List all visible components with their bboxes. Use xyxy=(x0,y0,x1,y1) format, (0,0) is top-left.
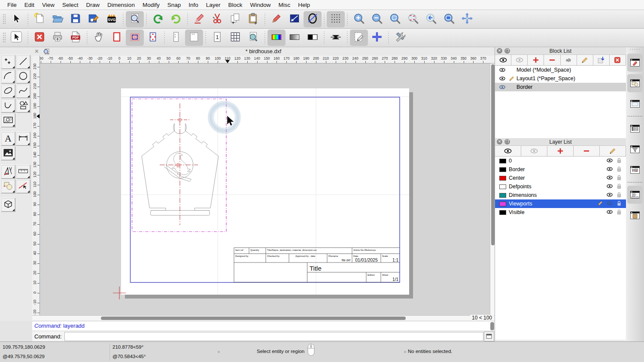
menu-misc[interactable]: Misc xyxy=(275,2,295,8)
layer-lock-icon[interactable] xyxy=(616,166,623,174)
plus-red-button[interactable] xyxy=(547,146,574,156)
layer-row[interactable]: Viewports xyxy=(495,199,626,208)
menu-help[interactable]: Help xyxy=(294,2,314,8)
win-cmd-dock-button[interactable] xyxy=(627,186,643,204)
win-shapes-dock-button[interactable] xyxy=(627,74,643,92)
edit-rect-button[interactable] xyxy=(286,11,304,27)
tool-line-button[interactable] xyxy=(16,55,30,69)
menu-snap[interactable]: Snap xyxy=(164,2,185,8)
zoom-page-button[interactable] xyxy=(244,30,262,46)
insert-block-button[interactable] xyxy=(593,55,610,65)
command-input[interactable] xyxy=(64,332,483,341)
gray-bar-button[interactable] xyxy=(286,30,304,46)
tool-hatch-button[interactable] xyxy=(1,113,15,127)
sheet-pen-button[interactable] xyxy=(350,30,368,46)
layer-lock-icon[interactable] xyxy=(616,208,623,217)
zoom-in-button[interactable] xyxy=(350,11,368,27)
panel-close-icon[interactable]: ✕ xyxy=(497,48,502,54)
block-row[interactable]: Model (*Model_Space) xyxy=(495,66,626,74)
menu-modify[interactable]: Modify xyxy=(139,2,164,8)
layer-lock-icon[interactable] xyxy=(616,200,623,208)
layer-row[interactable]: Border xyxy=(495,165,626,174)
win-pen-dock-button[interactable] xyxy=(627,54,643,72)
pencil-tan-button[interactable] xyxy=(600,146,626,156)
layer-lock-icon[interactable] xyxy=(616,191,623,199)
pointer-box-button[interactable] xyxy=(7,30,25,46)
win-clip-dock-button[interactable] xyxy=(627,206,643,224)
tools-button[interactable] xyxy=(391,30,409,46)
layer-row[interactable]: Defpoints xyxy=(495,182,626,191)
tool-shapes-button[interactable] xyxy=(1,179,15,193)
minus-red-button[interactable] xyxy=(544,55,560,65)
bw-bar-button[interactable] xyxy=(304,30,322,46)
layer-row[interactable]: Center xyxy=(495,174,626,182)
menu-info[interactable]: Info xyxy=(185,2,202,8)
layer-visibility-icon[interactable] xyxy=(606,183,613,191)
pencil-tan-button[interactable] xyxy=(577,55,593,65)
menu-dimension[interactable]: Dimension xyxy=(103,2,139,8)
minus-red-button[interactable] xyxy=(574,146,600,156)
canvas-vertical-scrollbar[interactable] xyxy=(490,63,495,315)
folder-open-button[interactable] xyxy=(49,11,67,27)
menu-window[interactable]: Window xyxy=(246,2,275,8)
ellipse-tool-button[interactable] xyxy=(304,11,322,27)
layer-visibility-icon[interactable] xyxy=(606,157,613,165)
block-row[interactable]: Layout1 (*Paper_Space) xyxy=(495,74,626,83)
eye-button[interactable] xyxy=(495,55,511,65)
pencil-red-button[interactable] xyxy=(267,11,286,27)
copy-button[interactable] xyxy=(226,11,244,27)
paste-button[interactable] xyxy=(244,11,262,27)
tool-polygon-button[interactable] xyxy=(16,99,30,113)
draw-pen-button[interactable] xyxy=(190,11,208,27)
block-visibility-icon[interactable] xyxy=(498,75,507,82)
plus-red-button[interactable] xyxy=(528,55,544,65)
undo-button[interactable] xyxy=(149,11,167,27)
tool-dim-button[interactable] xyxy=(16,132,30,146)
win-list-dock-button[interactable] xyxy=(627,120,643,138)
tool-ellipse-button[interactable] xyxy=(1,84,15,98)
grid-dots-button[interactable] xyxy=(327,11,345,27)
layer-visibility-icon[interactable] xyxy=(606,191,613,199)
menu-select[interactable]: Select xyxy=(58,2,82,8)
draft-rect-button[interactable] xyxy=(108,30,126,46)
layer-row[interactable]: Dimensions xyxy=(495,191,626,199)
door-panel-button[interactable] xyxy=(167,30,185,46)
panel-close-icon[interactable]: ✕ xyxy=(497,139,502,145)
layer-visibility-icon[interactable] xyxy=(606,200,613,208)
layer-row[interactable]: Visible xyxy=(495,208,626,217)
win-proj-dock-button[interactable] xyxy=(627,161,643,179)
eye-button[interactable] xyxy=(495,146,521,156)
layer-row[interactable]: 0 xyxy=(495,157,626,165)
cut-button[interactable] xyxy=(208,11,226,27)
tool-measure-button[interactable] xyxy=(1,165,15,179)
save-button[interactable] xyxy=(67,11,85,27)
tool-ruler-button[interactable] xyxy=(16,165,30,179)
layer-lock-icon[interactable] xyxy=(616,174,623,182)
menu-draw[interactable]: Draw xyxy=(82,2,104,8)
zoom-back-button[interactable] xyxy=(422,11,440,27)
close-doc-button[interactable] xyxy=(30,30,49,46)
print-button[interactable] xyxy=(49,30,67,46)
zoom-window-button[interactable] xyxy=(440,11,458,27)
panel-float-icon[interactable]: ❐ xyxy=(504,48,510,54)
redo-button[interactable] xyxy=(167,11,185,27)
tool-cube-button[interactable] xyxy=(1,198,15,212)
layer-visibility-icon[interactable] xyxy=(606,166,613,174)
tool-text-button[interactable]: A xyxy=(1,132,15,146)
layer-lock-icon[interactable] xyxy=(616,183,623,191)
drawing-canvas[interactable]: Item refQuantityTitle/Name, destination,… xyxy=(40,63,495,315)
tool-modify-button[interactable] xyxy=(16,179,30,193)
cross-blue-button[interactable] xyxy=(368,30,386,46)
win-funnel-dock-button[interactable] xyxy=(627,140,643,158)
menu-layer[interactable]: Layer xyxy=(202,2,225,8)
win-blank-dock-button[interactable] xyxy=(627,95,643,113)
ab-button[interactable]: a|b xyxy=(561,55,577,65)
tool-arc-button[interactable] xyxy=(1,69,15,84)
doc-new-button[interactable] xyxy=(30,11,49,27)
paper-blank-button[interactable] xyxy=(185,30,203,46)
eye-gray-button[interactable] xyxy=(521,146,547,156)
print-preview-button[interactable] xyxy=(126,11,144,27)
eye-gray-button[interactable] xyxy=(511,55,528,65)
tool-circle-button[interactable] xyxy=(16,69,30,84)
layer-lock-icon[interactable] xyxy=(616,157,623,165)
